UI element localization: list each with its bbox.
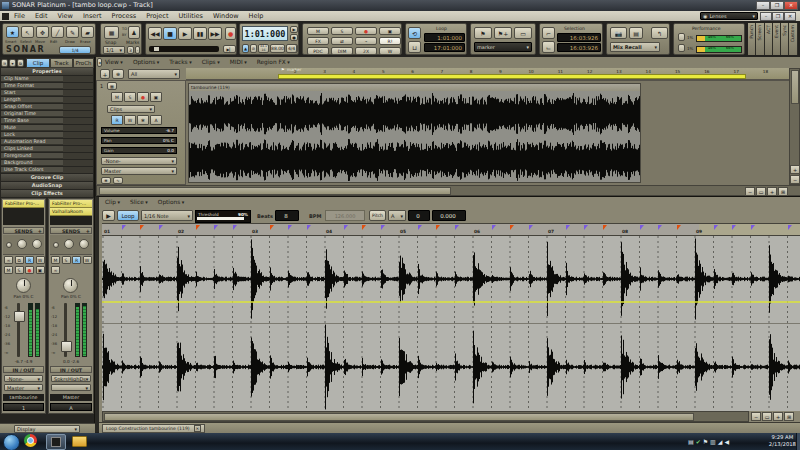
- menu-project[interactable]: Project: [146, 11, 168, 21]
- property-row-length[interactable]: Length: [1, 97, 93, 103]
- property-value[interactable]: [63, 167, 93, 173]
- restore-button[interactable]: ❐: [770, 1, 784, 10]
- side-tab-event[interactable]: Event: [773, 23, 781, 55]
- add-track-button[interactable]: +: [100, 69, 110, 79]
- tempo-field[interactable]: 88.00: [270, 44, 285, 53]
- strip-button-s[interactable]: S: [15, 266, 24, 274]
- show-desktop-button[interactable]: [796, 433, 800, 450]
- strip-tag[interactable]: A: [50, 403, 92, 411]
- property-value[interactable]: [63, 104, 93, 110]
- side-tab-custom[interactable]: Custom: [789, 23, 797, 55]
- play-button[interactable]: ▶: [178, 27, 192, 40]
- record-button[interactable]: ●: [225, 27, 236, 40]
- loopview-hscrollbar[interactable]: [102, 411, 749, 422]
- marker-flag-icon[interactable]: ⚑: [281, 67, 285, 72]
- sends-header[interactable]: SENDS+: [3, 227, 44, 234]
- property-value[interactable]: [63, 132, 93, 138]
- slice-flag[interactable]: [492, 225, 496, 230]
- loop-ruler[interactable]: 010203040506070809: [102, 223, 800, 236]
- menu-file[interactable]: File: [14, 11, 25, 21]
- track-input-dropdown[interactable]: -None-: [101, 157, 177, 165]
- slice-flag[interactable]: [159, 225, 163, 230]
- loopview-menu-slice[interactable]: Slice: [130, 199, 148, 205]
- inspector-menu-icon[interactable]: ≋: [1, 59, 8, 67]
- output-dropdown[interactable]: [51, 384, 91, 391]
- trackview-menu-region-fx[interactable]: Region FX: [257, 59, 290, 65]
- trackview-menu-view[interactable]: View: [105, 59, 123, 65]
- root-note-dropdown[interactable]: A: [388, 210, 406, 221]
- fader-thumb[interactable]: [14, 311, 25, 322]
- slice-flag[interactable]: [381, 225, 385, 230]
- loopview-menu-clip[interactable]: Clip: [105, 199, 120, 205]
- mix-button-[interactable]: ▣: [379, 27, 401, 35]
- slice-flag[interactable]: [584, 225, 588, 230]
- track-manager-icon[interactable]: ⊕: [112, 69, 124, 79]
- input-dropdown[interactable]: -None-: [4, 375, 43, 382]
- section-groove-clip[interactable]: Groove Clip: [1, 174, 93, 181]
- track-autobtn-0[interactable]: R: [111, 115, 123, 125]
- menu-edit[interactable]: Edit: [35, 11, 48, 21]
- property-value[interactable]: [63, 153, 93, 159]
- property-value[interactable]: [63, 76, 93, 82]
- property-value[interactable]: [63, 90, 93, 96]
- mix-button-[interactable]: ⇄: [331, 37, 353, 45]
- trackview-menu-tracks[interactable]: Tracks: [169, 59, 191, 65]
- hzoom-out-button[interactable]: −: [745, 187, 755, 196]
- slice-flag[interactable]: [418, 225, 422, 230]
- strip-button-w[interactable]: W: [83, 256, 92, 264]
- section-audiosnap[interactable]: AudioSnap: [1, 182, 93, 189]
- trackview-menu-clips[interactable]: Clips: [202, 59, 220, 65]
- menu-view[interactable]: View: [57, 11, 72, 21]
- tool-draw-icon[interactable]: ✎: [66, 26, 79, 38]
- loop-set-icon[interactable]: ⊔: [408, 41, 421, 53]
- slice-resolution-dropdown[interactable]: 1/16 Note: [141, 210, 193, 221]
- pitch-fine-field[interactable]: 0.000: [432, 210, 466, 221]
- property-value[interactable]: [63, 111, 93, 117]
- send-level-knob[interactable]: [17, 239, 27, 249]
- fx-item[interactable]: FabFilter Pro-...: [50, 200, 92, 208]
- loopview-hscroll-thumb[interactable]: [104, 413, 694, 421]
- threshold-slider[interactable]: Threshold 90%: [195, 210, 251, 223]
- vzoom-in-button[interactable]: +: [790, 165, 800, 174]
- inspector-expand-icon[interactable]: ⧉: [17, 59, 24, 67]
- loop-zoom-grid-button[interactable]: ⊞: [784, 412, 794, 421]
- trackview-hscroll-thumb[interactable]: [99, 187, 451, 195]
- stop-button[interactable]: ■: [163, 27, 177, 40]
- track-btn-1[interactable]: S: [124, 92, 136, 102]
- section-clip-effects[interactable]: Clip Effects: [1, 190, 93, 197]
- tray-check-icon[interactable]: ✔: [696, 438, 701, 445]
- child-minimize-button[interactable]: –: [760, 12, 772, 21]
- mix-recall-dropdown[interactable]: Mix Recall: [610, 42, 660, 52]
- tab-track[interactable]: Track: [50, 58, 73, 68]
- side-tab-punch[interactable]: Punch: [748, 23, 756, 55]
- send-pan-knob[interactable]: [79, 239, 89, 249]
- track-btn-0[interactable]: M: [111, 92, 123, 102]
- display-dropdown[interactable]: Display: [14, 425, 80, 433]
- slice-flag[interactable]: [196, 225, 200, 230]
- strip-button-s[interactable]: S: [62, 256, 71, 264]
- slice-flag[interactable]: [732, 225, 736, 230]
- snap-dot-button[interactable]: ·: [135, 46, 140, 54]
- hzoom-grid-button[interactable]: ⊞: [778, 187, 788, 196]
- property-row-use-track-colors[interactable]: Use Track Colors: [1, 167, 93, 173]
- fx-item[interactable]: FabFilter Pro-...: [3, 200, 44, 208]
- property-row-start[interactable]: Start: [1, 90, 93, 96]
- property-row-clip-name[interactable]: Clip Name: [1, 76, 93, 82]
- active-app-button[interactable]: [46, 434, 66, 450]
- collapse-pane-icon[interactable]: ◂: [97, 58, 102, 67]
- slice-flag[interactable]: [529, 225, 533, 230]
- scrub-thumb[interactable]: [154, 47, 159, 51]
- mix-button-2x[interactable]: 2X: [355, 47, 377, 55]
- send-level-knob[interactable]: [64, 239, 74, 249]
- fx-bin[interactable]: FabFilter Pro-...: [3, 200, 44, 225]
- loop-region-band[interactable]: [278, 74, 746, 79]
- selection-start-field[interactable]: 16:03:926: [557, 33, 601, 42]
- strip-button-w[interactable]: W: [36, 256, 45, 264]
- menu-window[interactable]: Window: [213, 11, 239, 21]
- send-enable-knob[interactable]: [6, 242, 12, 248]
- strip-button-m[interactable]: M: [51, 256, 60, 264]
- loop-construction-tab[interactable]: Loop Construction tambourine (119) ✕: [102, 424, 205, 433]
- go-end-button[interactable]: ▶▏: [223, 45, 236, 53]
- beats-field[interactable]: 8: [275, 210, 299, 221]
- slice-flag[interactable]: [788, 225, 792, 230]
